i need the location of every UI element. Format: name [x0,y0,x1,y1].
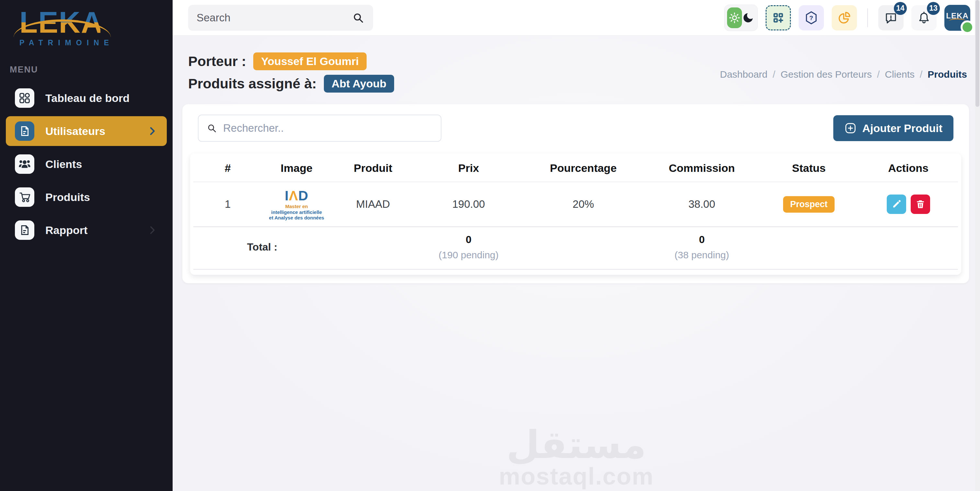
delete-button[interactable] [911,194,930,214]
cell-actions [859,182,958,227]
iad-subline: et Analyse des données [269,215,324,221]
page-scrollbar[interactable] [975,0,980,491]
cell-commission: 38.00 [644,182,759,227]
page-titles: Porteur : Youssef El Goumri Produits ass… [188,52,394,92]
add-product-label: Ajouter Produit [862,122,942,135]
products-table-wrap: # Image Produit Prix Pourcentage Commiss… [190,153,961,275]
assigned-label: Produits assigné à: [188,76,317,92]
user-avatar[interactable]: LEKA [944,5,970,31]
iad-letter: Λ [289,188,298,203]
add-product-button[interactable]: Ajouter Produit [833,115,953,141]
dark-mode-icon[interactable] [742,12,754,24]
notifications-count-badge: 13 [927,2,940,15]
sidebar-item-utilisateurs[interactable]: Utilisateurs [6,116,167,146]
chevron-right-icon [147,225,158,236]
global-search-input[interactable] [197,12,352,24]
total-prix-value: 0 [418,234,520,246]
chevron-right-icon [147,126,158,137]
table-header-row: # Image Produit Prix Pourcentage Commiss… [193,153,958,182]
iad-letter: I [285,188,289,203]
watermark-latin: mostaql.com [499,464,654,489]
total-commission-value: 0 [647,234,757,246]
report-file-icon [15,221,34,240]
messages-button[interactable]: 14 [878,5,904,30]
total-prix-pending: (190 pending) [418,249,520,261]
breadcrumb-gestion-porteurs[interactable]: Gestion des Porteurs [781,69,872,80]
iad-letter: D [298,188,308,203]
product-image-iad-logo: IΛD Master en intelligence artificielle … [269,188,324,221]
sidebar: LEKA PATRIMOINE MENU Tableau de bord [0,0,173,491]
sidebar-menu: Tableau de bord Utilisateurs [0,83,173,245]
notifications-button[interactable]: 13 [912,5,937,30]
breadcrumb: Dashboard / Gestion des Porteurs / Clien… [720,52,967,92]
apps-grid-button[interactable] [765,5,791,30]
total-label: Total : [193,227,331,270]
products-search-input[interactable] [223,122,433,134]
col-prix: Prix [415,153,522,182]
col-actions: Actions [859,153,958,182]
iad-subline: intelligence artificielle [271,210,322,215]
sidebar-item-label: Rapport [45,224,88,237]
sidebar-item-rapport[interactable]: Rapport [6,215,167,245]
sidebar-item-produits[interactable]: Produits [6,182,167,212]
cell-pourcentage: 20% [522,182,644,227]
card-toolbar: Ajouter Produit [190,114,961,142]
breadcrumb-separator: / [877,69,880,80]
global-search[interactable] [188,5,373,31]
edit-button[interactable] [887,194,906,214]
col-pourcentage: Pourcentage [522,153,644,182]
total-commission-pending: (38 pending) [647,249,757,261]
pie-chart-button[interactable] [832,5,857,30]
sidebar-item-label: Clients [45,158,82,170]
topbar-divider [867,8,868,27]
products-search[interactable] [198,114,441,142]
breadcrumb-dashboard[interactable]: Dashboard [720,69,768,80]
search-icon[interactable] [352,11,365,24]
menu-section-label: MENU [10,65,173,75]
breadcrumb-separator: / [920,69,922,80]
app-window: LEKA PATRIMOINE MENU Tableau de bord [0,0,980,491]
brand-logo: LEKA PATRIMOINE [0,0,173,53]
dashboard-icon [15,88,34,108]
porteur-badge: Youssef El Goumri [253,52,367,70]
table-row: 1 IΛD Master en intelligence artificiell… [193,182,958,227]
search-icon [206,123,217,133]
sidebar-item-clients[interactable]: Clients [6,149,167,179]
assigned-badge: Abt Ayoub [324,75,394,92]
cell-status: Prospect [759,182,859,227]
light-mode-icon[interactable] [727,8,742,28]
breadcrumb-clients[interactable]: Clients [885,69,915,80]
iad-subline: Master en [285,203,308,209]
col-num: # [193,153,262,182]
cell-produit: MIAAD [331,182,415,227]
page-header: Porteur : Youssef El Goumri Produits ass… [173,36,980,92]
help-hexagon-button[interactable]: ? [799,5,824,30]
col-status: Status [759,153,859,182]
cell-num: 1 [193,182,262,227]
topbar-actions: ? 14 [724,5,970,31]
brand-logo-arc [14,19,111,55]
sidebar-item-label: Produits [45,191,90,203]
col-produit: Produit [331,153,415,182]
porteur-label: Porteur : [188,53,246,69]
people-icon [15,154,34,174]
products-table: # Image Produit Prix Pourcentage Commiss… [193,153,958,270]
mostaql-watermark: مستقل mostaql.com [499,426,654,489]
messages-count-badge: 14 [894,2,907,15]
cell-prix: 190.00 [415,182,522,227]
sidebar-item-label: Utilisateurs [45,125,105,138]
status-badge: Prospect [783,196,835,213]
breadcrumb-produits: Produits [928,69,967,80]
total-prix: 0 (190 pending) [415,227,522,270]
col-commission: Commission [644,153,759,182]
col-image: Image [262,153,331,182]
sidebar-item-tableau-de-bord[interactable]: Tableau de bord [6,83,167,113]
theme-toggle[interactable] [724,5,758,31]
table-total-row: Total : 0 (190 pending) 0 (38 pending) [193,227,958,270]
products-card: Ajouter Produit # Image Produit Prix [182,104,969,283]
breadcrumb-separator: / [773,69,775,80]
svg-text:?: ? [809,14,813,21]
watermark-arabic: مستقل [499,426,654,464]
total-commission: 0 (38 pending) [644,227,759,270]
page-scrollbar-thumb[interactable] [975,0,979,107]
